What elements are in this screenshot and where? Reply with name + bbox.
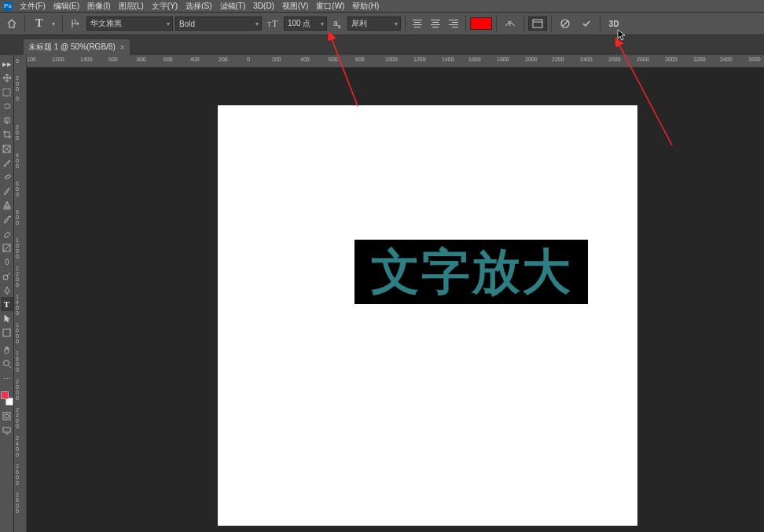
antialias-dropdown[interactable]: 犀利 ▾ xyxy=(347,17,401,31)
hruler-tick: 600 xyxy=(329,57,338,62)
app-logo: Ps xyxy=(3,2,13,11)
font-family-value: 华文雅黑 xyxy=(90,18,122,29)
warp-text-button[interactable]: T xyxy=(501,16,520,31)
history-brush-tool[interactable] xyxy=(1,212,13,226)
hruler-tick: 2600 xyxy=(608,57,621,62)
document-canvas[interactable]: 文字放大 xyxy=(218,105,637,526)
text-color-swatch[interactable] xyxy=(470,17,492,30)
eyedropper-tool[interactable] xyxy=(1,156,13,170)
menu-layer[interactable]: 图层(L) xyxy=(115,1,148,12)
color-picker[interactable] xyxy=(1,391,13,405)
svg-rect-8 xyxy=(3,89,10,96)
edit-toolbar-button[interactable]: ⋯ xyxy=(1,371,13,385)
commit-button[interactable] xyxy=(577,16,596,31)
font-family-dropdown[interactable]: 华文雅黑 ▾ xyxy=(86,17,173,31)
vruler-tick: 2200 xyxy=(16,407,27,429)
hruler-tick: 2400 xyxy=(580,57,593,62)
crop-tool[interactable] xyxy=(1,127,13,141)
workspace[interactable]: 文字放大 xyxy=(27,68,764,532)
hruler-tick: 400 xyxy=(300,57,310,62)
vruler-tick: 400 xyxy=(16,152,27,169)
text-tool-indicator[interactable]: T xyxy=(29,16,50,31)
document-tab[interactable]: 未标题 1 @ 50%(RGB/8) × xyxy=(24,39,130,55)
dodge-tool[interactable] xyxy=(1,269,13,283)
align-left-button[interactable] xyxy=(410,16,425,31)
hand-tool[interactable] xyxy=(1,343,13,357)
eraser-tool[interactable] xyxy=(1,226,13,240)
lasso-tool[interactable] xyxy=(1,99,13,113)
menu-view[interactable]: 视图(V) xyxy=(278,1,312,12)
close-tab-icon[interactable]: × xyxy=(120,43,125,52)
pen-tool[interactable] xyxy=(1,283,13,297)
menu-file[interactable]: 文件(F) xyxy=(16,1,50,12)
menu-3d[interactable]: 3D(D) xyxy=(249,2,278,10)
divider xyxy=(551,15,552,32)
expand-tools-icon[interactable]: ▸▸ xyxy=(1,57,13,71)
svg-line-19 xyxy=(9,365,11,368)
quick-mask-button[interactable] xyxy=(1,409,13,423)
svg-text:T: T xyxy=(267,21,271,28)
menu-filter[interactable]: 滤镜(T) xyxy=(216,1,250,12)
3d-button[interactable]: 3D xyxy=(604,16,623,31)
cancel-button[interactable] xyxy=(556,16,575,31)
vertical-ruler[interactable]: 0 200 0 200 400 600 800 1000 1200 1400 1… xyxy=(14,55,27,532)
vruler-tick: 200 xyxy=(16,124,27,141)
align-right-button[interactable] xyxy=(446,16,461,31)
divider xyxy=(465,15,466,32)
svg-line-7 xyxy=(563,21,568,27)
vruler-tick: 1800 xyxy=(16,350,27,372)
move-tool[interactable] xyxy=(1,71,13,85)
vruler-tick: 1200 xyxy=(16,266,27,288)
hruler-tick: 800 xyxy=(355,57,365,62)
font-weight-dropdown[interactable]: Bold ▾ xyxy=(175,17,262,31)
menu-type[interactable]: 文字(Y) xyxy=(148,1,182,12)
divider xyxy=(496,15,497,32)
home-button[interactable] xyxy=(3,16,20,31)
healing-tool[interactable] xyxy=(1,170,13,184)
menu-edit[interactable]: 编辑(E) xyxy=(50,1,83,12)
document-tab-bar: 未标题 1 @ 50%(RGB/8) × xyxy=(0,35,764,55)
zoom-tool[interactable] xyxy=(1,357,13,371)
hruler-tick: 3000 xyxy=(665,57,678,62)
font-size-icon: TT xyxy=(264,16,281,31)
vruler-tick: 1600 xyxy=(16,322,27,344)
svg-line-14 xyxy=(3,244,10,251)
text-layer[interactable]: 文字放大 xyxy=(354,240,588,304)
hruler-tick: 200 xyxy=(272,57,281,62)
quick-select-tool[interactable] xyxy=(1,113,13,127)
path-select-tool[interactable] xyxy=(1,311,13,325)
menu-window[interactable]: 窗口(W) xyxy=(312,1,348,12)
frame-tool[interactable] xyxy=(1,141,13,156)
tool-preset-dropdown[interactable]: ▾ xyxy=(52,20,58,28)
marquee-tool[interactable] xyxy=(1,85,13,99)
vruler-tick: 2400 xyxy=(16,435,27,457)
hruler-tick: 1200 xyxy=(52,57,64,62)
menu-image[interactable]: 图像(I) xyxy=(83,1,114,12)
divider xyxy=(405,15,406,32)
text-orientation-button[interactable]: T xyxy=(67,16,84,31)
character-panel-button[interactable] xyxy=(528,17,547,31)
font-size-dropdown[interactable]: 100 点 ▾ xyxy=(284,17,327,31)
hruler-tick: 3600 xyxy=(748,57,761,62)
stamp-tool[interactable] xyxy=(1,198,13,212)
text-tool[interactable]: T xyxy=(1,297,13,311)
vruler-tick: 2600 xyxy=(16,464,27,486)
horizontal-ruler[interactable]: 100 1200 1400 600 800 600 400 200 0 200 … xyxy=(27,55,764,68)
align-center-button[interactable] xyxy=(428,16,443,31)
blur-tool[interactable] xyxy=(1,255,13,269)
foreground-color-swatch[interactable] xyxy=(1,391,9,399)
shape-tool[interactable] xyxy=(1,325,13,339)
divider xyxy=(62,15,63,32)
hruler-tick: 1600 xyxy=(468,57,481,62)
brush-tool[interactable] xyxy=(1,184,13,198)
screen-mode-button[interactable] xyxy=(1,423,13,437)
svg-text:T: T xyxy=(272,18,278,29)
menu-help[interactable]: 帮助(H) xyxy=(348,1,383,12)
hruler-tick: 0 xyxy=(247,57,250,62)
svg-point-21 xyxy=(5,414,9,418)
menu-select[interactable]: 选择(S) xyxy=(182,1,215,12)
font-size-value: 100 点 xyxy=(288,18,310,29)
hruler-tick: 3400 xyxy=(720,57,733,62)
hruler-tick: 2800 xyxy=(637,57,649,62)
gradient-tool[interactable] xyxy=(1,240,13,255)
